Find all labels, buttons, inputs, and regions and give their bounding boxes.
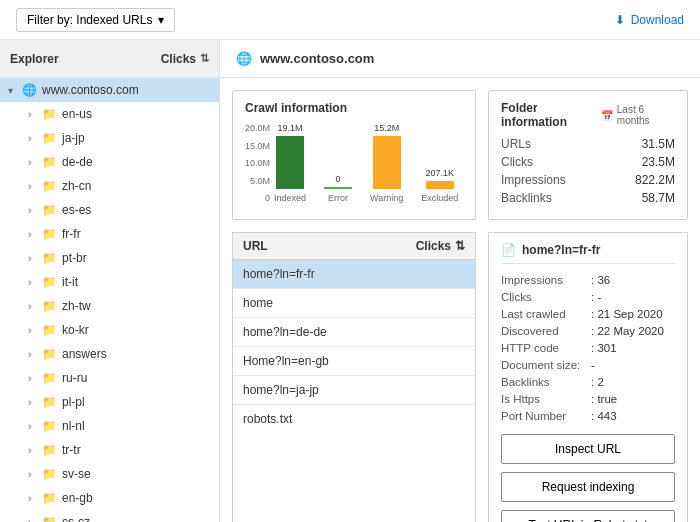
sidebar-item-label: answers — [62, 347, 107, 361]
sidebar: Explorer Clicks ⇅ ▾ 🌐 www.contoso.com › … — [0, 40, 220, 522]
sort-clicks-icon[interactable]: ⇅ — [455, 239, 465, 253]
sidebar-item-answers[interactable]: › 📁 answers — [0, 342, 219, 366]
sidebar-item-ja-jp[interactable]: › 📁 ja-jp — [0, 126, 219, 150]
content-area: 🌐 www.contoso.com Crawl information 20.0… — [220, 40, 700, 522]
sidebar-item-label: ru-ru — [62, 371, 87, 385]
detail-title: home?ln=fr-fr — [522, 243, 600, 257]
sidebar-item-zh-tw[interactable]: › 📁 zh-tw — [0, 294, 219, 318]
main-area: Explorer Clicks ⇅ ▾ 🌐 www.contoso.com › … — [0, 40, 700, 522]
folder-icon: 📁 — [42, 347, 57, 361]
folder-icon: 📁 — [42, 275, 57, 289]
sidebar-item-en-us[interactable]: › 📁 en-us — [0, 102, 219, 126]
sidebar-item-label: zh-tw — [62, 299, 91, 313]
chevron-icon: › — [28, 445, 42, 456]
sidebar-item-label: sv-se — [62, 467, 91, 481]
bar — [324, 187, 352, 189]
sidebar-item-cs-cz[interactable]: › 📁 cs-cz — [0, 510, 219, 522]
action-button-request-indexing[interactable]: Request indexing — [501, 472, 675, 502]
url-row[interactable]: home — [233, 289, 475, 318]
sidebar-item-en-gb[interactable]: › 📁 en-gb — [0, 486, 219, 510]
chevron-icon: › — [28, 109, 42, 120]
action-button-test-url-in-robots.txt[interactable]: Test URL in Robots.txt — [501, 510, 675, 522]
url-row[interactable]: home?ln=fr-fr — [233, 260, 475, 289]
sidebar-item-label: de-de — [62, 155, 93, 169]
chevron-icon: › — [28, 157, 42, 168]
sidebar-item-label: cs-cz — [62, 515, 90, 522]
sort-icon[interactable]: ⇅ — [200, 52, 209, 65]
detail-rows: Impressions : 36 Clicks : - Last crawled… — [501, 274, 675, 422]
url-row[interactable]: home?ln=ja-jp — [233, 376, 475, 405]
content-header: 🌐 www.contoso.com — [220, 40, 700, 78]
sidebar-item-label: it-it — [62, 275, 78, 289]
bar-label-bottom: Warning — [370, 193, 403, 203]
bar-group-Error: 0 Error — [324, 123, 352, 203]
sidebar-item-ru-ru[interactable]: › 📁 ru-ru — [0, 366, 219, 390]
content-site-title: www.contoso.com — [260, 51, 374, 66]
folder-icon: 📁 — [42, 203, 57, 217]
detail-row-value: : 36 — [591, 274, 610, 286]
sidebar-item-zh-cn[interactable]: › 📁 zh-cn — [0, 174, 219, 198]
bar — [426, 181, 454, 189]
bar — [373, 136, 401, 189]
detail-row-value: : - — [591, 291, 601, 303]
url-row[interactable]: robots.txt — [233, 405, 475, 433]
folder-row-label: Backlinks — [501, 191, 552, 205]
folder-row-label: Impressions — [501, 173, 566, 187]
sidebar-item-pl-pl[interactable]: › 📁 pl-pl — [0, 390, 219, 414]
folder-icon: 📁 — [42, 299, 57, 313]
folder-icon: 📁 — [42, 323, 57, 337]
detail-row-label: Discovered — [501, 325, 591, 337]
chevron-down-icon: ▾ — [158, 13, 164, 27]
folder-row-urls: URLs 31.5M — [501, 137, 675, 151]
download-button[interactable]: ⬇ Download — [615, 13, 684, 27]
filter-button[interactable]: Filter by: Indexed URLs ▾ — [16, 8, 175, 32]
action-button-inspect-url[interactable]: Inspect URL — [501, 434, 675, 464]
detail-row-label: HTTP code — [501, 342, 591, 354]
sidebar-item-root[interactable]: ▾ 🌐 www.contoso.com — [0, 78, 219, 102]
bar-label-bottom: Error — [328, 193, 348, 203]
sidebar-item-de-de[interactable]: › 📁 de-de — [0, 150, 219, 174]
sidebar-item-pt-br[interactable]: › 📁 pt-br — [0, 246, 219, 270]
sidebar-item-tr-tr[interactable]: › 📁 tr-tr — [0, 438, 219, 462]
sidebar-item-it-it[interactable]: › 📁 it-it — [0, 270, 219, 294]
detail-row-value: : 443 — [591, 410, 617, 422]
detail-row-label: Impressions — [501, 274, 591, 286]
folder-icon: 📁 — [42, 179, 57, 193]
detail-row-label: Clicks — [501, 291, 591, 303]
crawl-card-title: Crawl information — [245, 101, 463, 115]
filter-label: Filter by: Indexed URLs — [27, 13, 152, 27]
sidebar-item-ko-kr[interactable]: › 📁 ko-kr — [0, 318, 219, 342]
chevron-icon: ▾ — [8, 85, 22, 96]
chevron-icon: › — [28, 181, 42, 192]
detail-row-value: - — [591, 359, 595, 371]
sidebar-item-sv-se[interactable]: › 📁 sv-se — [0, 462, 219, 486]
url-row[interactable]: Home?ln=en-gb — [233, 347, 475, 376]
site-icon: 🌐 — [22, 83, 37, 97]
detail-row: Port Number : 443 — [501, 410, 675, 422]
sidebar-item-es-es[interactable]: › 📁 es-es — [0, 198, 219, 222]
detail-row-label: Last crawled — [501, 308, 591, 320]
crawl-chart: 20.0M 15.0M 10.0M 5.0M 0 19.1M Indexed 0… — [245, 123, 463, 203]
detail-row-label: Is Https — [501, 393, 591, 405]
sidebar-item-fr-fr[interactable]: › 📁 fr-fr — [0, 222, 219, 246]
detail-row: HTTP code : 301 — [501, 342, 675, 354]
sidebar-item-nl-nl[interactable]: › 📁 nl-nl — [0, 414, 219, 438]
sidebar-item-label: nl-nl — [62, 419, 85, 433]
clicks-label: Clicks — [161, 52, 196, 66]
bar — [276, 136, 304, 189]
chevron-icon: › — [28, 229, 42, 240]
folder-icon: 📁 — [42, 467, 57, 481]
detail-row: Clicks : - — [501, 291, 675, 303]
detail-row: Is Https : true — [501, 393, 675, 405]
calendar-icon: 📅 — [601, 110, 613, 121]
chevron-icon: › — [28, 301, 42, 312]
sidebar-item-label: ko-kr — [62, 323, 89, 337]
detail-row-value: : true — [591, 393, 617, 405]
bar-group-Excluded: 207.1K Excluded — [421, 123, 458, 203]
chevron-icon: › — [28, 373, 42, 384]
url-row[interactable]: home?ln=de-de — [233, 318, 475, 347]
bar-group-Indexed: 19.1M Indexed — [274, 123, 306, 203]
folder-row-value: 58.7M — [642, 191, 675, 205]
sidebar-item-label: tr-tr — [62, 443, 81, 457]
sidebar-item-label: pl-pl — [62, 395, 85, 409]
